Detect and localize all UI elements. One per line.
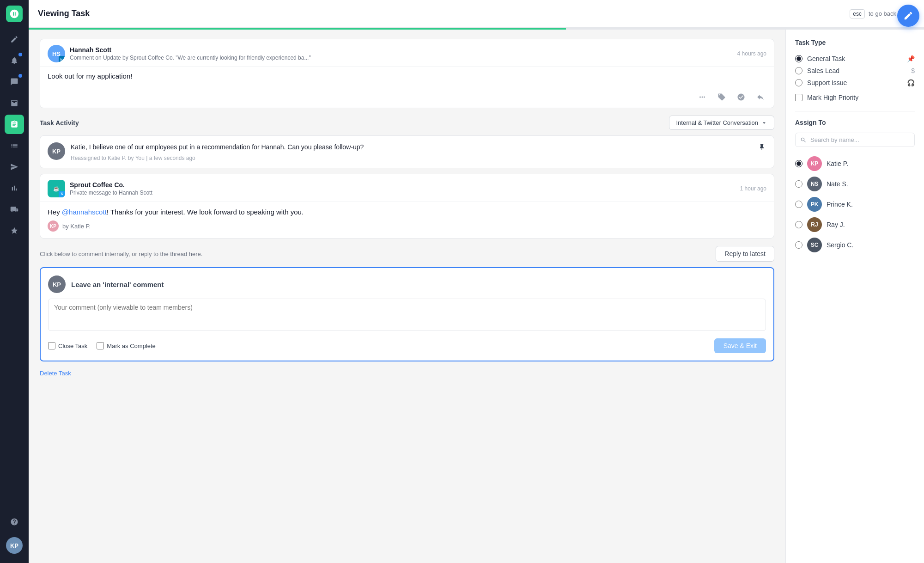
pm-body: Hey @hannahscott! Thanks for your intere… (40, 201, 774, 238)
compose-avatar: KP (48, 275, 66, 293)
delete-task-link[interactable]: Delete Task (40, 370, 71, 377)
task-type-support-radio[interactable] (795, 79, 802, 86)
task-type-general-radio[interactable] (795, 55, 802, 62)
assignee-item-katie[interactable]: KP Katie P. (795, 153, 915, 174)
compose-box: KP Leave an 'internal' comment Close Tas… (40, 267, 774, 361)
assignee-prince-avatar: PK (807, 197, 822, 212)
compose-footer: Close Task Mark as Complete Save & Exit (48, 338, 766, 353)
compose-header: KP Leave an 'internal' comment (48, 275, 766, 293)
sidebar-item-messages[interactable] (5, 72, 24, 92)
divider (795, 111, 915, 111)
task-type-sales: Sales Lead $ (795, 65, 915, 77)
assignee-nate-avatar: NS (807, 177, 822, 191)
esc-badge: esc (850, 9, 865, 18)
sidebar-item-tasks[interactable] (5, 115, 24, 134)
pm-subtitle: Private message to Hannah Scott (70, 190, 736, 196)
pin-task-icon: 📌 (907, 55, 915, 62)
sidebar-item-notifications[interactable] (5, 51, 24, 70)
assignee-item-nate[interactable]: NS Nate S. (795, 174, 915, 194)
message-header: HS in Hannah Scott Comment on Update by … (40, 39, 774, 66)
assignee-search-box (795, 133, 915, 147)
mark-complete-checkbox[interactable] (97, 342, 104, 349)
twitter-badge: 𝕏 (59, 191, 65, 197)
dropdown-label: Internal & Twitter Conversation (676, 119, 758, 126)
message-time: 4 hours ago (737, 50, 766, 57)
message-card: HS in Hannah Scott Comment on Update by … (40, 39, 774, 108)
close-task-checkbox[interactable] (48, 342, 55, 349)
pin-button[interactable] (757, 142, 766, 153)
assignee-sergio-name: Sergio C. (827, 241, 853, 249)
assignee-ray-avatar: RJ (807, 217, 822, 232)
sidebar-item-compose[interactable] (5, 30, 24, 49)
left-panel: HS in Hannah Scott Comment on Update by … (29, 30, 785, 563)
author-avatar: HS in (48, 45, 65, 62)
internal-comment-text: Katie, I believe one of our employees pu… (71, 142, 752, 152)
message-subtitle: Comment on Update by Sprout Coffee Co. "… (70, 55, 733, 61)
task-type-support-label: Support Issue (807, 79, 847, 86)
assignee-search-input[interactable] (810, 136, 910, 143)
tag-button[interactable] (716, 91, 728, 103)
assignee-item-sergio[interactable]: SC Sergio C. (795, 235, 915, 255)
more-actions-button[interactable] (696, 91, 708, 103)
mark-complete-label[interactable]: Mark as Complete (97, 342, 155, 349)
complete-button[interactable] (735, 91, 747, 103)
sidebar-item-automations[interactable] (5, 200, 24, 219)
task-type-general-label: General Task (807, 55, 845, 62)
esc-back-hint: esc to go back (850, 9, 896, 18)
content-area: HS in Hannah Scott Comment on Update by … (29, 30, 924, 563)
compose-fab[interactable] (897, 5, 919, 27)
section-title: Task Activity (40, 119, 79, 127)
assignee-prince-radio[interactable] (795, 201, 802, 208)
high-priority-item: Mark High Priority (795, 92, 915, 104)
assignee-sergio-radio[interactable] (795, 241, 802, 249)
linkedin-badge: in (59, 56, 65, 62)
app-logo[interactable] (6, 6, 23, 22)
company-avatar: ☕ 𝕏 (48, 180, 65, 197)
save-exit-button[interactable]: Save & Exit (714, 338, 766, 353)
comment-textarea[interactable] (48, 299, 766, 331)
task-type-sales-radio[interactable] (795, 67, 802, 74)
company-name: Sprout Coffee Co. (70, 181, 736, 189)
page-title: Viewing Task (38, 9, 844, 18)
task-type-list: General Task 📌 Sales Lead $ Support Issu… (795, 53, 915, 104)
assignee-item-ray[interactable]: RJ Ray J. (795, 214, 915, 235)
pm-time: 1 hour ago (740, 185, 766, 192)
sidebar-item-lists[interactable] (5, 136, 24, 155)
task-type-general: General Task 📌 (795, 53, 915, 65)
reply-action-button[interactable] (754, 91, 766, 103)
high-priority-checkbox[interactable] (795, 94, 802, 101)
conversation-dropdown[interactable]: Internal & Twitter Conversation (669, 116, 774, 130)
assignee-nate-name: Nate S. (827, 180, 848, 188)
pm-mention: @hannahscott (62, 208, 107, 216)
right-panel: Task Type General Task 📌 Sales Lead $ (785, 30, 924, 563)
close-task-text: Close Task (58, 343, 87, 349)
user-avatar[interactable]: KP (6, 537, 23, 554)
messages-badge (18, 74, 22, 78)
assignee-ray-radio[interactable] (795, 221, 802, 228)
private-message-card: ☕ 𝕏 Sprout Coffee Co. Private message to… (40, 174, 774, 239)
pm-meta: Sprout Coffee Co. Private message to Han… (70, 181, 736, 196)
pm-prefix: Hey (48, 208, 62, 216)
chevron-down-icon (761, 120, 767, 126)
author-name: Hannah Scott (70, 46, 733, 54)
internal-comment-meta: Reassigned to Katie P. by You | a few se… (71, 155, 752, 161)
assignee-nate-radio[interactable] (795, 180, 802, 188)
close-task-label[interactable]: Close Task (48, 342, 87, 349)
sidebar-item-help[interactable] (5, 512, 24, 532)
reply-to-latest-button[interactable]: Reply to latest (716, 246, 774, 262)
reply-section: Click below to comment internally, or re… (40, 246, 774, 262)
sidebar-item-inbox[interactable] (5, 93, 24, 113)
go-back-label: to go back (869, 10, 896, 17)
high-priority-label: Mark High Priority (807, 94, 858, 101)
sidebar: KP (0, 0, 29, 563)
assignee-katie-radio[interactable] (795, 160, 802, 167)
sidebar-item-star[interactable] (5, 221, 24, 240)
sidebar-item-analytics[interactable] (5, 178, 24, 198)
assignee-sergio-avatar: SC (807, 238, 822, 252)
comment-author-avatar: KP (48, 142, 65, 160)
compose-fab-icon (903, 11, 913, 21)
sidebar-item-send[interactable] (5, 157, 24, 177)
assignee-item-prince[interactable]: PK Prince K. (795, 194, 915, 214)
mark-complete-text: Mark as Complete (107, 343, 155, 349)
reply-hint: Click below to comment internally, or re… (40, 251, 202, 257)
